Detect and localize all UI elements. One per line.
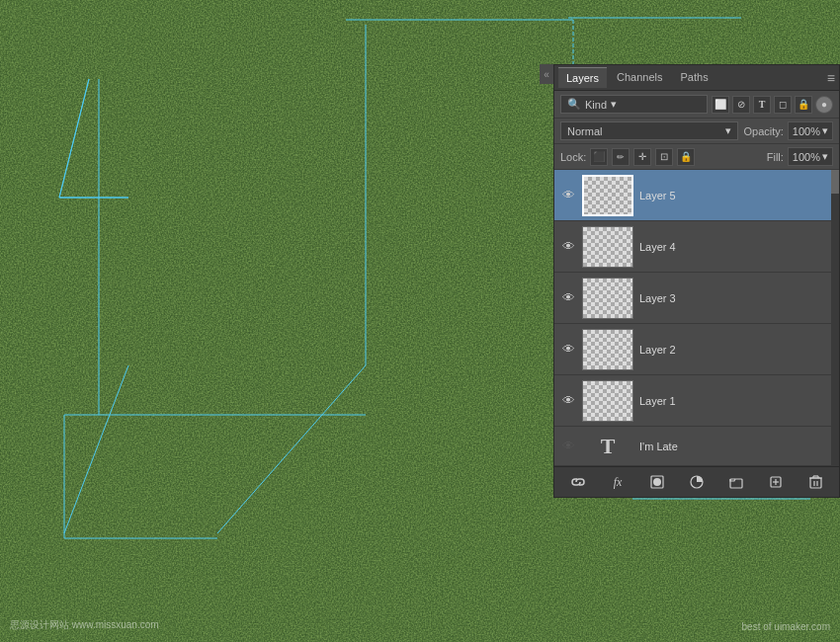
opacity-group: Opacity: 100% ▾ [744, 121, 834, 140]
opacity-val: 100% [793, 125, 820, 137]
layer-visibility-toggle[interactable]: 👁 [560, 393, 576, 409]
layer-visibility-toggle[interactable]: 👁 [560, 290, 576, 306]
fill-label: Fill: [767, 151, 784, 163]
svg-rect-24 [810, 478, 821, 488]
opacity-label: Opacity: [744, 125, 784, 137]
layer-thumbnail [582, 175, 633, 216]
layers-scrollbar-thumb[interactable] [831, 170, 839, 194]
blend-mode-arrow: ▾ [725, 124, 731, 137]
layer-thumbnail [582, 226, 633, 268]
layers-panel: Layers Channels Paths ≡ 🔍 Kind ▾ ⬜ ⊘ T ◻… [553, 64, 840, 498]
layer-visibility-toggle[interactable]: 👁 [560, 239, 576, 255]
layer-thumbnail [582, 329, 633, 370]
layer-item[interactable]: 👁 Layer 4 [554, 221, 839, 273]
layer-info: Layer 2 [639, 344, 833, 356]
panel-tabs-bar: Layers Channels Paths ≡ [554, 65, 839, 91]
adjustment-layer-btn[interactable] [686, 471, 708, 493]
filter-smart-btn[interactable]: ● [815, 96, 833, 114]
tab-channels[interactable]: Channels [609, 67, 670, 88]
layer-name: Layer 1 [639, 395, 833, 407]
delete-layer-btn[interactable] [804, 471, 826, 493]
lock-artboard-btn[interactable]: ⊡ [655, 148, 673, 166]
lock-transform-btn[interactable]: ✛ [633, 148, 651, 166]
layer-info: I'm Late [639, 441, 833, 452]
layer-item[interactable]: 👁 Layer 3 [554, 273, 839, 324]
group-layers-btn[interactable] [725, 471, 747, 493]
fill-val: 100% [793, 151, 820, 163]
layer-thumbnail [582, 380, 633, 422]
watermark-left: 思源设计网站 www.missxuan.com [10, 618, 159, 632]
resize-arrows-icon: « [544, 69, 549, 80]
filter-type-btn[interactable]: T [753, 96, 771, 114]
layer-info: Layer 5 [639, 190, 833, 201]
opacity-input[interactable]: 100% ▾ [788, 121, 833, 140]
filter-lock-btn[interactable]: 🔒 [795, 96, 812, 114]
layer-mask-btn[interactable] [646, 471, 668, 493]
layer-info: Layer 4 [639, 241, 833, 253]
kind-dropdown-arrow: ▾ [611, 98, 617, 111]
layer-name: I'm Late [639, 441, 833, 452]
mode-opacity-row: Normal ▾ Opacity: 100% ▾ [554, 119, 839, 144]
layer-item[interactable]: 👁 Layer 2 [554, 324, 839, 375]
blend-mode-label: Normal [567, 125, 602, 137]
tab-layers[interactable]: Layers [558, 67, 607, 88]
fill-input[interactable]: 100% ▾ [788, 147, 833, 166]
layer-visibility-toggle[interactable]: 👁 [560, 188, 576, 203]
fill-group: Fill: 100% ▾ [767, 147, 833, 166]
layer-thumbnail [582, 278, 633, 319]
layer-info: Layer 1 [639, 395, 833, 407]
layer-item[interactable]: 👁 Layer 1 [554, 375, 839, 427]
svg-rect-20 [730, 479, 742, 488]
layer-effects-btn[interactable]: fx [607, 471, 629, 493]
lock-label: Lock: [560, 151, 586, 163]
kind-dropdown[interactable]: 🔍 Kind ▾ [560, 95, 708, 114]
panel-menu-icon[interactable]: ≡ [827, 70, 835, 86]
lock-pixels-btn[interactable]: ✏ [612, 148, 630, 166]
link-layers-btn[interactable] [567, 471, 589, 493]
layer-item-text[interactable]: 👁 T I'm Late [554, 427, 839, 466]
text-layer-icon: T [582, 434, 633, 459]
layer-item[interactable]: 👁 Layer 5 [554, 170, 839, 221]
filter-pixel-btn[interactable]: ⬜ [712, 96, 729, 114]
opacity-arrow: ▾ [822, 124, 828, 137]
lock-all-btn[interactable]: 🔒 [677, 148, 695, 166]
watermark-right: best of uimaker.com [742, 621, 830, 632]
fill-arrow: ▾ [822, 150, 828, 163]
layer-name: Layer 3 [639, 292, 833, 304]
kind-label: Kind [585, 99, 607, 111]
layer-visibility-toggle[interactable]: 👁 [560, 439, 576, 454]
search-icon: 🔍 [567, 98, 581, 111]
tab-paths[interactable]: Paths [673, 67, 716, 88]
blend-mode-dropdown[interactable]: Normal ▾ [560, 121, 738, 140]
layers-scrollbar-track[interactable] [831, 170, 839, 466]
layer-name: Layer 5 [639, 190, 833, 201]
layer-name: Layer 2 [639, 344, 833, 356]
filter-row: 🔍 Kind ▾ ⬜ ⊘ T ◻ 🔒 ● [554, 91, 839, 119]
layers-list: 👁 Layer 5 👁 Layer 4 👁 Lay [554, 170, 839, 466]
filter-icons-group: ⬜ ⊘ T ◻ 🔒 ● [712, 96, 833, 114]
lock-fill-row: Lock: ⬛ ✏ ✛ ⊡ 🔒 Fill: 100% ▾ [554, 144, 839, 170]
svg-point-18 [653, 478, 661, 486]
panel-resize-handle[interactable]: « [540, 64, 553, 84]
panel-bottom-toolbar: fx [554, 466, 839, 497]
new-layer-btn[interactable] [765, 471, 787, 493]
layer-visibility-toggle[interactable]: 👁 [560, 342, 576, 358]
lock-position-btn[interactable]: ⬛ [590, 148, 608, 166]
filter-shape-btn[interactable]: ◻ [774, 96, 792, 114]
filter-adjustment-btn[interactable]: ⊘ [732, 96, 750, 114]
layer-name: Layer 4 [639, 241, 833, 253]
layer-info: Layer 3 [639, 292, 833, 304]
